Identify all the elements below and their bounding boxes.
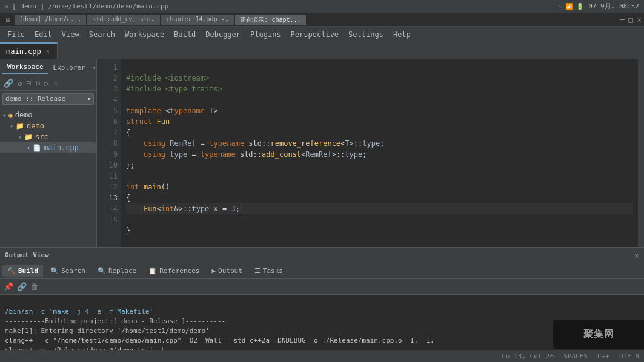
build-tab-label: Build: [18, 267, 38, 275]
menu-view[interactable]: View: [57, 28, 84, 41]
minimize-icon[interactable]: ─: [620, 15, 625, 24]
titlebar-time: 07 9月. 08:52: [588, 2, 639, 11]
project-selector[interactable]: demo :: Release ▾: [2, 93, 94, 105]
code-line-4: template <typename T>: [126, 107, 218, 115]
tree-demo-label: demo: [27, 122, 44, 130]
menubar: File Edit View Search Workspace Build De…: [0, 27, 644, 42]
statusbar: Ln 13, Col 26 SPACES C++ UTF-8: [0, 350, 644, 362]
project-dropdown-icon: ▾: [87, 95, 91, 103]
sidebar-header: Workspace Explorer ▾ ×: [0, 59, 96, 76]
line-num-2: 2: [97, 73, 118, 84]
win-tab-1[interactable]: [demo] /home/c...: [15, 15, 86, 25]
output-tab-replace[interactable]: 🔍 Replace: [93, 265, 141, 277]
code-line-5: struct Fun: [126, 117, 170, 126]
line-num-11: 11: [97, 171, 118, 182]
line-num-14: 14: [97, 203, 118, 214]
tab-close-button[interactable]: ×: [45, 47, 51, 55]
sidebar-star-icon[interactable]: ☆: [52, 78, 59, 88]
output-toolbar: 📌 🔗 🗑: [0, 279, 644, 295]
editor-scrollbar[interactable]: [638, 59, 644, 247]
sidebar-tab-workspace[interactable]: Workspace: [2, 61, 48, 74]
line-num-10: 10: [97, 160, 118, 171]
output-tab-build[interactable]: 🔨 Build: [2, 265, 43, 277]
win-tab-2[interactable]: std::add_cv, std:...: [87, 15, 160, 25]
line-num-8: 8: [97, 138, 118, 149]
titlebar-title: [ demo ] /home/test1/demo/demo/main.cpp: [12, 2, 168, 10]
out-line-2: ----------Building project:[ demo - Rele…: [5, 317, 225, 325]
code-line-1: #include <iostream>: [126, 74, 209, 82]
line-num-7: 7: [97, 127, 118, 138]
sidebar-tab-explorer[interactable]: Explorer: [48, 61, 90, 74]
menu-perspective[interactable]: Perspective: [286, 28, 344, 41]
code-line-12: {: [126, 194, 130, 202]
output-pin-icon[interactable]: 📌: [4, 282, 13, 291]
output-tab-references[interactable]: 📋 References: [144, 265, 204, 277]
sidebar-filter-icon[interactable]: ▷: [43, 78, 50, 88]
maximize-icon[interactable]: □: [628, 15, 633, 24]
window-tab-list[interactable]: [demo] /home/c... std::add_cv, std:... c…: [15, 15, 306, 25]
statusbar-encoding: UTF-8: [619, 352, 639, 360]
menu-file[interactable]: File: [2, 28, 30, 41]
search-tab-icon: 🔍: [50, 267, 59, 275]
output-clear-icon[interactable]: 🗑: [30, 282, 38, 291]
code-editor[interactable]: #include <iostream> #include <type_trait…: [121, 59, 638, 247]
output-panel-close[interactable]: ×: [634, 251, 639, 260]
tree-item-main-cpp[interactable]: • 📄 main.cpp: [0, 142, 96, 153]
output-tab-label: Output: [218, 267, 242, 275]
window-icon: 🖥: [2, 16, 13, 23]
tree-item-demo-folder[interactable]: ▾ 📁 demo: [0, 120, 96, 131]
menu-search[interactable]: Search: [84, 28, 120, 41]
win-tab-4[interactable]: 正在演示: chapt...: [235, 15, 305, 25]
line-num-1: 1: [97, 62, 118, 73]
tree-cpp-icon: 📄: [33, 144, 41, 152]
statusbar-right: Ln 13, Col 26 SPACES C++ UTF-8: [502, 352, 639, 360]
tree-item-root[interactable]: ▾ ◉ demo: [0, 110, 96, 120]
output-tab-output[interactable]: ▶ Output: [207, 265, 247, 277]
win-tab-3[interactable]: chapter 14.odp -...: [161, 15, 234, 25]
code-line-14: }: [126, 226, 130, 235]
tasks-tab-icon: ☰: [254, 267, 261, 275]
tasks-tab-label: Tasks: [263, 267, 283, 275]
menu-build[interactable]: Build: [169, 28, 201, 41]
menu-workspace[interactable]: Workspace: [120, 28, 169, 41]
project-name: demo :: Release: [5, 95, 65, 103]
window-tabs: 🖥 [demo] /home/c... std::add_cv, std:...…: [0, 13, 644, 27]
menu-help[interactable]: Help: [388, 28, 416, 41]
sidebar-link-icon[interactable]: 🔗: [2, 78, 15, 88]
statusbar-lang: C++: [597, 352, 609, 360]
menu-debugger[interactable]: Debugger: [201, 28, 245, 41]
menu-edit[interactable]: Edit: [30, 28, 57, 41]
tree-main-cpp-label: main.cpp: [44, 143, 79, 152]
tree-file-icon: •: [27, 145, 30, 151]
output-tab-search[interactable]: 🔍 Search: [45, 265, 90, 277]
code-line-6: {: [126, 128, 130, 137]
build-tab-icon: 🔨: [7, 267, 16, 275]
sidebar-toolbar: 🔗 ↺ ⊟ ⚙ ▷ ☆: [0, 76, 96, 91]
line-numbers: 1 2 3 4 5 6 7 8 9 10 11 12 13 14 15: [97, 59, 121, 247]
replace-tab-label: Replace: [108, 267, 136, 275]
tree-expand-icon-3: ▾: [18, 134, 22, 140]
line-num-6: 6: [97, 116, 118, 127]
sidebar-settings-icon[interactable]: ⚙: [35, 78, 42, 88]
output-link-icon[interactable]: 🔗: [17, 282, 27, 291]
sidebar-refresh-icon[interactable]: ↺: [16, 78, 24, 88]
line-num-9: 9: [97, 149, 118, 160]
line-num-12: 12: [97, 182, 118, 193]
code-line-7: using RemRef = typename std::remove_refe…: [126, 139, 384, 148]
sidebar-collapse-icon[interactable]: ⊟: [25, 78, 33, 88]
menu-settings[interactable]: Settings: [344, 28, 388, 41]
editor-tab-main[interactable]: main.cpp ×: [0, 42, 58, 59]
line-num-4: 4: [97, 94, 118, 105]
close-icon[interactable]: ×: [637, 15, 642, 24]
menu-plugins[interactable]: Plugins: [245, 28, 286, 41]
tree-item-src-folder[interactable]: ▾ 📁 src: [0, 131, 96, 142]
tree-root-icon: ◉: [8, 111, 13, 119]
editor-area[interactable]: 1 2 3 4 5 6 7 8 9 10 11 12 13 14 15 #inc…: [97, 59, 644, 247]
output-tab-icon: ▶: [211, 267, 216, 275]
statusbar-spaces: SPACES: [563, 352, 588, 360]
titlebar: ⚙ [ demo ] /home/test1/demo/demo/main.cp…: [0, 0, 644, 13]
sidebar: Workspace Explorer ▾ × 🔗 ↺ ⊟ ⚙ ▷ ☆ demo …: [0, 59, 97, 247]
output-tab-tasks[interactable]: ☰ Tasks: [250, 265, 288, 277]
line-num-13: 13: [97, 193, 118, 203]
tree-root-label: demo: [15, 111, 33, 119]
